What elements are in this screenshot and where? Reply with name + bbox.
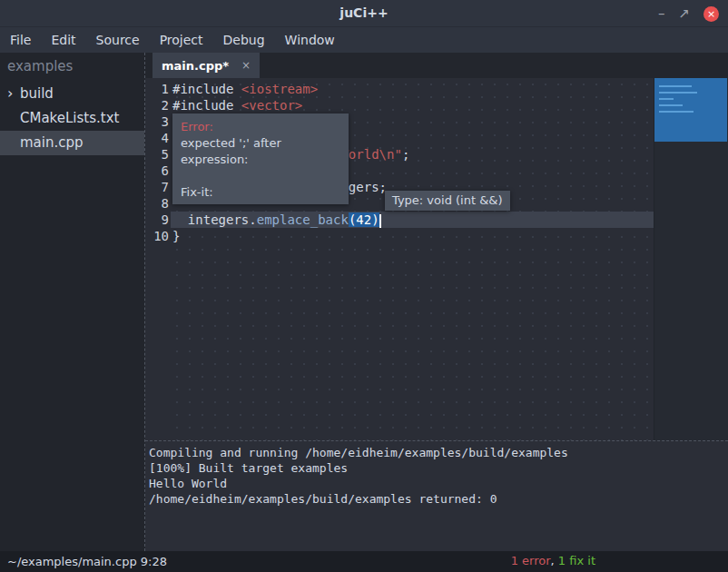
code-token: <iostream> — [241, 82, 318, 96]
chevron-right-icon: › — [7, 84, 13, 102]
project-name-header: examples — [0, 53, 144, 82]
output-line: Compiling and running /home/eidheim/exam… — [149, 445, 724, 460]
menu-item-edit[interactable]: Edit — [41, 29, 85, 51]
window-title: juCi++ — [0, 5, 728, 20]
status-error-count: 1 error — [511, 554, 551, 567]
error-tooltip-message: expected ';' after expression: — [181, 135, 340, 168]
status-file-location: ~/examples/main.cpp 9:28 — [7, 555, 167, 568]
window-controls: – ↗ × — [658, 0, 719, 27]
minimap-line — [659, 92, 697, 94]
code-token: ; — [402, 147, 409, 162]
status-separator: , — [551, 554, 558, 567]
output-line: /home/eidheim/examples/build/examples re… — [149, 491, 724, 507]
tab-main-cpp[interactable]: main.cpp* × — [152, 53, 260, 78]
fixit-tooltip-text: Insert ; at 9:28 — [181, 201, 340, 204]
tree-item-label: CMakeLists.txt — [20, 110, 119, 126]
line-number: 9 — [145, 212, 169, 228]
code-line-2[interactable]: #include <vector> — [171, 97, 654, 113]
tree-item-build[interactable]: ›build — [0, 82, 144, 106]
close-button[interactable]: × — [703, 6, 719, 22]
menu-bar: FileEditSourceProjectDebugWindow — [0, 27, 728, 53]
line-number: 10 — [145, 228, 169, 244]
tree-item-cmakelists-txt[interactable]: CMakeLists.txt — [0, 106, 144, 131]
app-window: juCi++ – ↗ × FileEditSourceProjectDebugW… — [0, 0, 728, 572]
file-tree-sidebar: examples ›buildCMakeLists.txtmain.cpp — [0, 53, 145, 551]
error-tooltip: Error: expected ';' after expression: Fi… — [172, 113, 349, 204]
menu-item-file[interactable]: File — [0, 29, 41, 51]
code-token: } — [172, 229, 180, 243]
minimap-line — [659, 85, 692, 87]
line-number: 2 — [145, 97, 169, 113]
status-diagnostics: 1 error, 1 fix it — [511, 554, 595, 567]
output-panel: Compiling and running /home/eidheim/exam… — [145, 440, 728, 551]
line-number: 6 — [145, 163, 169, 179]
code-token: emplace_back — [257, 212, 349, 227]
title-bar: juCi++ – ↗ × — [0, 0, 728, 27]
code-token: <vector> — [241, 98, 302, 113]
window-body: examples ›buildCMakeLists.txtmain.cpp ma… — [0, 53, 728, 551]
output-line: [100%] Built target examples — [149, 460, 724, 476]
menu-item-project[interactable]: Project — [150, 29, 213, 51]
code-line-9[interactable]: integers.emplace_back(42) — [171, 212, 654, 228]
menu-item-window[interactable]: Window — [275, 29, 345, 51]
output-line: Hello World — [149, 476, 724, 491]
line-number: 5 — [145, 146, 169, 163]
editor-row: 12345678910 #include <iostream>#include … — [145, 78, 728, 440]
main-area: main.cpp* × 12345678910 #include <iostre… — [145, 53, 728, 551]
maximize-button[interactable]: ↗ — [678, 7, 690, 21]
code-token: ) — [371, 212, 379, 227]
menu-item-debug[interactable]: Debug — [213, 29, 275, 51]
type-tooltip: Type: void (int &&) — [385, 191, 510, 211]
tab-label: main.cpp* — [162, 59, 229, 73]
tab-bar: main.cpp* × — [145, 53, 728, 78]
code-editor[interactable]: 12345678910 #include <iostream>#include … — [145, 78, 654, 440]
menu-item-source[interactable]: Source — [86, 29, 150, 51]
status-fixit-count: 1 fix it — [558, 554, 595, 567]
file-tree: ›buildCMakeLists.txtmain.cpp — [0, 82, 144, 155]
line-number: 3 — [145, 113, 169, 130]
minimap-line — [659, 111, 694, 113]
code-token: integers. — [172, 212, 257, 227]
code-line-1[interactable]: #include <iostream> — [171, 81, 654, 97]
minimap[interactable] — [654, 78, 728, 440]
code-token: #include — [172, 82, 241, 96]
error-tooltip-spacer — [181, 168, 340, 184]
error-tooltip-title: Error: — [181, 119, 340, 135]
code-line-10[interactable]: } — [171, 228, 654, 244]
line-number: 7 — [145, 179, 169, 195]
text-cursor — [379, 214, 381, 228]
minimap-line — [659, 98, 674, 100]
minimap-line — [659, 104, 683, 106]
line-number: 1 — [145, 81, 169, 97]
tree-item-main-cpp[interactable]: main.cpp — [0, 131, 144, 155]
minimap-viewport[interactable] — [654, 78, 727, 142]
code-token: #include — [172, 98, 241, 113]
tree-item-label: build — [20, 85, 54, 102]
tree-item-label: main.cpp — [20, 134, 84, 151]
code-token: 42 — [356, 212, 371, 227]
line-number-gutter: 12345678910 — [145, 81, 169, 244]
minimize-button[interactable]: – — [658, 7, 665, 21]
line-number: 8 — [145, 195, 169, 212]
tab-close-icon[interactable]: × — [241, 59, 251, 72]
status-bar: ~/examples/main.cpp 9:28 1 error, 1 fix … — [0, 551, 728, 572]
fixit-tooltip-label: Fix-it: — [181, 184, 340, 201]
line-number: 4 — [145, 130, 169, 146]
